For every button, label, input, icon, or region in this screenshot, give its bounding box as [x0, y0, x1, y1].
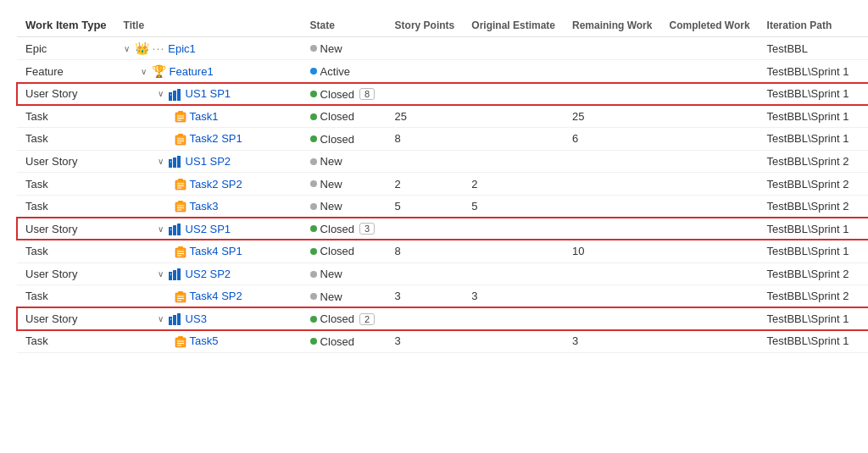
story-points-badge: 2 [359, 313, 375, 325]
cell-completed-work [660, 262, 758, 285]
cell-remaining-work [564, 83, 660, 106]
title-text: US2 SP1 [186, 223, 231, 235]
table-row: User Story∨ US3Closed2TestBBL\Sprint 1 [17, 307, 868, 330]
table-row: User Story∨ US2 SP2NewTestBBL\Sprint 2 [17, 262, 868, 285]
cell-type: Task [17, 285, 115, 308]
col-header-story-points: Story Points [387, 14, 464, 37]
cell-original-estimate [463, 105, 564, 128]
cell-type: Epic [17, 37, 115, 60]
state-dot [310, 271, 317, 278]
cell-title: ∨ US1 SP2 [115, 150, 302, 173]
cell-completed-work [660, 150, 758, 173]
cell-completed-work [660, 240, 758, 262]
svg-rect-46 [169, 317, 172, 325]
task-icon [175, 245, 186, 258]
cell-remaining-work: 3 [564, 330, 660, 353]
state-text: New [320, 178, 342, 191]
cell-story-points [387, 307, 464, 330]
cell-remaining-work: 25 [564, 105, 660, 128]
state-text: New [320, 155, 342, 168]
main-container: Work Item Type Title State Story Points … [0, 0, 868, 367]
svg-rect-3 [170, 94, 171, 96]
cell-original-estimate: 5 [463, 195, 564, 218]
title-text: Epic1 [168, 42, 196, 55]
cell-original-estimate: 3 [463, 285, 564, 308]
state-dot [310, 158, 317, 165]
userstory-icon [169, 155, 182, 168]
svg-rect-2 [177, 89, 181, 101]
state-dot [310, 180, 317, 187]
svg-rect-17 [170, 161, 171, 163]
cell-original-estimate [463, 37, 564, 60]
dots-icon[interactable]: ··· [153, 41, 165, 55]
col-header-remaining-work: Remaining Work [564, 14, 660, 37]
story-points-badge: 8 [359, 88, 375, 100]
cell-type: User Story [17, 150, 115, 173]
table-row: Epic∨👑···Epic1NewTestBBL [17, 37, 868, 60]
chevron-icon[interactable]: ∨ [141, 67, 147, 76]
cell-iteration-path: TestBBL\Sprint 1 [759, 330, 868, 353]
cell-state: New [302, 173, 387, 196]
cell-type: User Story [17, 83, 115, 106]
title-text: Feature1 [170, 65, 214, 78]
state-text: Closed [320, 335, 354, 348]
chevron-icon[interactable]: ∨ [158, 89, 164, 98]
state-text: New [320, 268, 342, 280]
svg-rect-49 [170, 318, 171, 320]
chevron-icon[interactable]: ∨ [158, 224, 164, 234]
cell-type: User Story [17, 262, 115, 285]
cell-remaining-work [564, 307, 660, 330]
title-text: US1 SP1 [186, 87, 231, 100]
chevron-icon[interactable]: ∨ [158, 314, 164, 323]
title-text: US2 SP2 [186, 268, 231, 280]
table-row: Task Task3New55TestBBL\Sprint 2 [17, 195, 868, 218]
cell-title: Task3 [115, 195, 302, 218]
chevron-icon[interactable]: ∨ [158, 157, 164, 166]
cell-original-estimate [463, 240, 564, 262]
svg-rect-38 [173, 270, 176, 280]
cell-title: Task5 [115, 330, 302, 353]
cell-title: Task1 [115, 105, 302, 128]
svg-rect-1 [173, 91, 176, 101]
title-text: Task4 SP1 [190, 245, 242, 257]
table-header-row: Work Item Type Title State Story Points … [17, 14, 868, 37]
cell-iteration-path: TestBBL\Sprint 1 [759, 218, 868, 240]
chevron-icon[interactable]: ∨ [158, 269, 164, 279]
svg-rect-19 [178, 179, 183, 181]
cell-state: Closed [302, 330, 387, 353]
userstory-icon [169, 222, 182, 235]
cell-story-points: 8 [387, 128, 464, 151]
title-text: Task3 [190, 200, 219, 213]
svg-rect-29 [173, 225, 176, 235]
cell-completed-work [660, 285, 758, 308]
cell-state: New [302, 262, 387, 285]
cell-iteration-path: TestBBL\Sprint 2 [759, 150, 868, 173]
state-text: Closed [320, 110, 354, 123]
cell-completed-work [660, 105, 758, 128]
cell-type: Task [17, 128, 115, 151]
table-row: Feature∨🏆Feature1ActiveTestBBL\Sprint 1 [17, 60, 868, 83]
table-row: Task Task5Closed33TestBBL\Sprint 1 [17, 330, 868, 353]
cell-title: Task4 SP1 [115, 240, 302, 262]
chevron-icon[interactable]: ∨ [124, 44, 130, 53]
state-dot [310, 316, 317, 323]
cell-story-points: 8 [387, 240, 464, 262]
state-dot [310, 203, 317, 210]
table-row: Task Task4 SP1Closed810TestBBL\Sprint 1 [17, 240, 868, 262]
userstory-icon [169, 312, 182, 326]
state-dot [310, 68, 317, 75]
cell-completed-work [660, 128, 758, 151]
col-header-type: Work Item Type [17, 14, 115, 37]
cell-story-points [387, 150, 464, 173]
task-icon [175, 336, 186, 348]
state-dot [310, 338, 317, 345]
svg-rect-0 [169, 92, 172, 101]
user-story-icon [169, 313, 182, 325]
state-dot [310, 135, 317, 142]
svg-rect-30 [177, 224, 181, 235]
col-header-title: Title [115, 14, 302, 37]
cell-completed-work [660, 218, 758, 240]
svg-rect-28 [169, 227, 172, 235]
col-header-state: State [302, 14, 387, 37]
cell-state: New [302, 195, 387, 218]
